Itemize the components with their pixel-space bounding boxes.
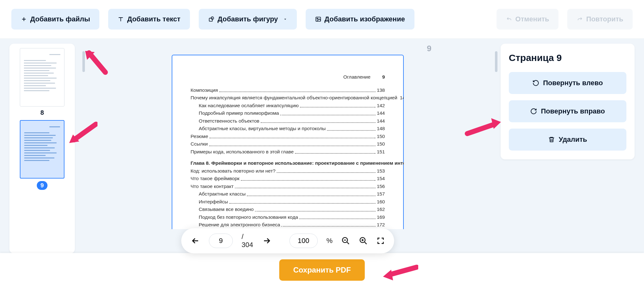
add-image-label: Добавить изображение	[325, 15, 405, 23]
toc-entry: Ответственность объектов144	[191, 118, 385, 124]
toc-entry: Что такое контракт156	[191, 183, 385, 190]
undo-icon	[506, 16, 512, 22]
prev-page-button[interactable]	[191, 236, 200, 246]
plus-icon	[21, 16, 27, 22]
side-panel: Страница 9 Повернуть влево Повернуть впр…	[501, 44, 635, 159]
page-header: Оглавление 9	[191, 74, 385, 80]
shape-icon	[208, 16, 214, 22]
toc-entry: Почему инкапсуляция является фундаментал…	[191, 94, 385, 101]
thumbnail-9[interactable]: 9	[14, 120, 70, 190]
trash-icon	[548, 136, 555, 143]
thumbnail-9-image	[20, 120, 64, 179]
toc-entry: Композиция138	[191, 87, 385, 94]
rotate-left-icon	[532, 80, 539, 86]
text-icon	[118, 16, 124, 22]
add-shape-button[interactable]: Добавить фигуру	[199, 9, 297, 30]
side-panel-title: Страница 9	[509, 52, 626, 63]
footer: Сохранить PDF	[0, 253, 644, 287]
chevron-down-icon	[283, 17, 287, 21]
delete-button[interactable]: Удалить	[509, 129, 626, 151]
rotate-right-button[interactable]: Повернуть вправо	[509, 100, 626, 122]
save-pdf-label: Сохранить PDF	[293, 266, 351, 274]
zoom-in-button[interactable]	[359, 236, 368, 245]
svg-point-3	[317, 18, 318, 19]
toc-entry: Ссылки150	[191, 141, 385, 147]
toc: Композиция138Почему инкапсуляция являетс…	[191, 87, 385, 228]
toc-entry: Подробный пример полиморфизма144	[191, 110, 385, 117]
rotate-left-label: Повернуть влево	[543, 79, 603, 87]
rotate-right-icon	[530, 108, 537, 115]
page-number-input[interactable]	[209, 234, 233, 248]
toolbar: Добавить файлы Добавить текст Добавить ф…	[0, 0, 644, 39]
thumbnail-8-number: 8	[40, 109, 44, 116]
toc-entry: Решение для электронного бизнеса172	[191, 221, 385, 228]
toc-entry: Как наследование ослабляет инкапсуляцию1…	[191, 102, 385, 109]
page-viewport: 9 Оглавление 9 Композиция138Почему инкап…	[81, 44, 494, 253]
add-files-label: Добавить файлы	[30, 15, 90, 23]
main: 8 9 9	[0, 39, 644, 253]
page-content[interactable]: Оглавление 9 Композиция138Почему инкапсу…	[172, 55, 404, 229]
page-nav-bar: / 304 %	[181, 228, 394, 253]
toc-entry: Интерфейсы160	[191, 198, 385, 205]
undo-button[interactable]: Отменить	[497, 9, 559, 30]
redo-icon	[577, 16, 583, 22]
page-separator: / 304	[242, 233, 253, 249]
redo-button[interactable]: Повторить	[567, 9, 633, 30]
redo-label: Повторить	[586, 15, 623, 23]
zoom-unit: %	[326, 237, 333, 245]
add-text-label: Добавить текст	[127, 15, 180, 23]
toc-entry: Что такое фреймворк154	[191, 175, 385, 182]
zoom-out-button[interactable]	[341, 236, 350, 245]
toc-entry: Подход без повторного использования кода…	[191, 214, 385, 221]
thumbnail-8-image	[20, 48, 64, 107]
thumbnail-8[interactable]: 8	[14, 48, 70, 116]
zoom-input[interactable]	[289, 234, 318, 248]
svg-rect-0	[209, 18, 212, 21]
image-icon	[315, 16, 321, 22]
toc-entry: Глава 8. Фреймворки и повторное использо…	[191, 160, 385, 167]
toc-entry: Резюме150	[191, 133, 385, 140]
add-image-button[interactable]: Добавить изображение	[306, 9, 414, 30]
thumbnail-9-number: 9	[37, 181, 48, 190]
save-pdf-button[interactable]: Сохранить PDF	[279, 259, 364, 281]
next-page-button[interactable]	[262, 236, 271, 246]
center-scrollbar[interactable]	[495, 51, 497, 72]
add-files-button[interactable]: Добавить файлы	[11, 9, 99, 30]
toc-entry: Примеры кода, использованного в этой гла…	[191, 148, 385, 155]
add-shape-label: Добавить фигуру	[218, 15, 278, 23]
fullscreen-button[interactable]	[377, 237, 385, 245]
toc-entry: Связываем все воедино162	[191, 206, 385, 213]
undo-label: Отменить	[515, 15, 549, 23]
toc-entry: Код: использовать повторно или нет?153	[191, 168, 385, 174]
thumbnail-panel: 8 9	[9, 44, 75, 253]
toc-entry: Абстрактные классы, виртуальные методы и…	[191, 125, 385, 132]
add-text-button[interactable]: Добавить текст	[108, 9, 190, 30]
delete-label: Удалить	[559, 135, 587, 144]
rotate-right-label: Повернуть вправо	[541, 107, 605, 115]
toc-entry: Абстрактные классы157	[191, 190, 385, 197]
page-header-num: 9	[382, 74, 385, 80]
page-header-label: Оглавление	[343, 74, 370, 80]
rotate-left-button[interactable]: Повернуть влево	[509, 72, 626, 94]
page-number-indicator: 9	[427, 44, 431, 53]
